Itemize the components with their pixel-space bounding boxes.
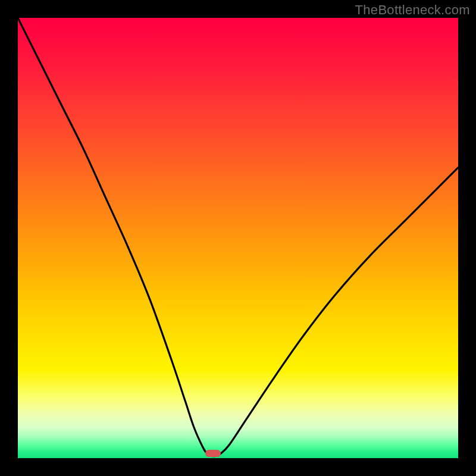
bottleneck-curve [18,18,458,458]
minimum-marker [205,450,221,457]
chart-frame: TheBottleneck.com [0,0,476,476]
watermark-text: TheBottleneck.com [355,2,470,18]
plot-area [18,18,458,458]
